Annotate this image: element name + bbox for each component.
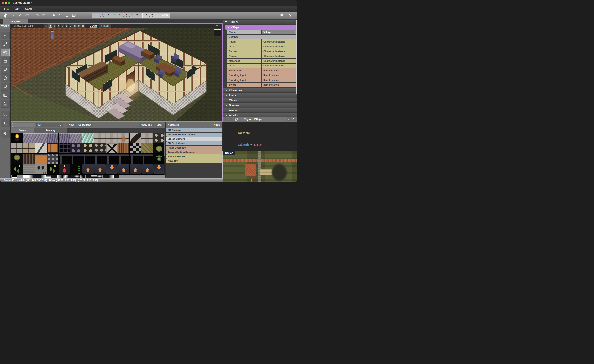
- tile-swatch[interactable]: [106, 164, 118, 174]
- tile-swatch[interactable]: [70, 143, 82, 153]
- tile-swatch[interactable]: [106, 143, 118, 153]
- property-row[interactable]: Guard Character Instance: [227, 44, 296, 49]
- property-value[interactable]: Character Instance: [262, 64, 296, 68]
- browser-button[interactable]: New: [67, 123, 75, 127]
- viewport-scene[interactable]: [11, 28, 222, 121]
- gradient-swatch[interactable]: [23, 175, 28, 178]
- tile-swatch[interactable]: [94, 154, 106, 164]
- detail-toggle[interactable]: DETAIL: [99, 24, 111, 28]
- gradient-swatch[interactable]: [108, 175, 114, 178]
- property-row[interactable]: Rogue Character Instance: [227, 54, 296, 59]
- gradient-swatch[interactable]: [86, 175, 91, 178]
- tab-village3d[interactable]: Village3D: [3, 19, 28, 24]
- tile-swatch[interactable]: [70, 133, 82, 143]
- level-button[interactable]: 7: [69, 24, 73, 28]
- move-down-button[interactable]: [11, 13, 16, 18]
- tile-swatch[interactable]: [11, 154, 23, 164]
- redo-button[interactable]: [41, 13, 46, 18]
- gradient-swatch[interactable]: [46, 175, 51, 178]
- tile-swatch[interactable]: [142, 143, 153, 153]
- camera-button[interactable]: New Tile: [166, 159, 222, 163]
- menu-item[interactable]: Game: [25, 7, 32, 10]
- property-row[interactable]: Merchant Character Instance: [227, 59, 296, 63]
- camera-button[interactable]: 3D Orbit Camera: [166, 141, 222, 146]
- tool-linedef[interactable]: [1, 40, 10, 48]
- camera-button[interactable]: Filter Geometry: [166, 146, 222, 150]
- gradient-swatch[interactable]: [63, 175, 68, 178]
- help-button[interactable]: [288, 13, 293, 18]
- property-row[interactable]: Name Village: [227, 30, 296, 34]
- property-value[interactable]: Item Instance: [262, 68, 296, 73]
- apply-button[interactable]: Apply: [214, 124, 220, 126]
- section-header[interactable]: Assets: [223, 113, 297, 117]
- property-row[interactable]: Standing Light Item Instance: [227, 78, 296, 82]
- duplicate-button[interactable]: [234, 117, 238, 121]
- tile-swatch[interactable]: [47, 164, 58, 174]
- undo-button[interactable]: [32, 13, 40, 18]
- gradient-swatch[interactable]: [114, 175, 119, 178]
- property-value[interactable]: Character Instance: [262, 49, 296, 53]
- section-header[interactable]: Items: [223, 93, 297, 98]
- property-value[interactable]: Item Instance: [262, 78, 296, 82]
- level-button[interactable]: 3: [53, 24, 56, 28]
- section-header[interactable]: Screens: [223, 103, 297, 107]
- gradient-swatch[interactable]: [17, 175, 23, 178]
- filter-dropdown[interactable]: All: [36, 123, 63, 127]
- level-button[interactable]: 9: [77, 24, 81, 28]
- tile-preview-box[interactable]: [214, 29, 221, 36]
- tile-swatch[interactable]: [23, 154, 35, 164]
- gradient-swatch[interactable]: [40, 175, 46, 178]
- tile-swatch[interactable]: [142, 154, 153, 164]
- gradient-swatch[interactable]: [97, 175, 102, 178]
- tool-sector[interactable]: [1, 49, 10, 57]
- tile-swatch[interactable]: [23, 133, 35, 143]
- tool-vertex[interactable]: [1, 32, 10, 40]
- automatic-checkbox[interactable]: [181, 124, 183, 126]
- tile-swatch[interactable]: [82, 154, 94, 164]
- tile-swatch[interactable]: [35, 133, 47, 143]
- tile-swatch[interactable]: [118, 133, 129, 143]
- log-button[interactable]: [71, 13, 76, 18]
- gradient-swatch[interactable]: [12, 175, 17, 178]
- level-button[interactable]: 8: [73, 24, 77, 28]
- tile-swatch[interactable]: [82, 133, 94, 143]
- tile-swatch[interactable]: [130, 143, 141, 153]
- tile-swatch[interactable]: [106, 154, 118, 164]
- gradient-swatch[interactable]: [57, 175, 63, 178]
- tool-character[interactable]: [1, 66, 10, 73]
- property-row[interactable]: Settings: [227, 35, 296, 39]
- camera-button[interactable]: 3D First Person Camera: [166, 132, 222, 137]
- panel-splitter-handle[interactable]: [222, 151, 223, 178]
- tile-swatch[interactable]: [153, 133, 165, 143]
- property-row[interactable]: Farmer Character Instance: [227, 49, 296, 53]
- gradient-swatch[interactable]: [102, 175, 108, 178]
- move-up-button[interactable]: [18, 13, 23, 18]
- tile-swatch[interactable]: [47, 154, 58, 164]
- geom-toggle[interactable]: GEOM: [89, 24, 98, 28]
- property-value[interactable]: Character Instance: [262, 59, 296, 63]
- property-row[interactable]: Floor Light Item Instance: [227, 68, 296, 73]
- panel-scrollbar[interactable]: [296, 20, 297, 94]
- tool-treasure[interactable]: [1, 91, 10, 99]
- level-button[interactable]: 1: [44, 24, 48, 28]
- tile-swatch[interactable]: [82, 164, 94, 174]
- menu-item[interactable]: Edit: [14, 7, 19, 10]
- tile-swatch[interactable]: [142, 133, 153, 143]
- property-value[interactable]: Item Instance: [262, 73, 296, 78]
- add-level-button[interactable]: [24, 13, 29, 18]
- tool-book[interactable]: [1, 111, 10, 119]
- gradient-swatch[interactable]: [34, 175, 40, 178]
- tile-swatch[interactable]: [118, 143, 129, 153]
- tile-swatch[interactable]: [118, 164, 129, 174]
- tile-swatch[interactable]: [59, 143, 70, 153]
- section-regions[interactable]: Regions: [223, 20, 297, 24]
- camera-button[interactable]: 3D Iso Camera: [166, 137, 222, 141]
- tile-swatch[interactable]: [142, 164, 153, 174]
- browser-action-button[interactable]: Clear: [155, 123, 164, 127]
- tile-swatch[interactable]: [70, 164, 82, 174]
- tile-swatch[interactable]: [82, 143, 94, 153]
- property-row[interactable]: Standing Light Item Instance: [227, 73, 296, 78]
- property-value[interactable]: Character Instance: [262, 44, 296, 49]
- stop-button[interactable]: [65, 13, 70, 18]
- add-button[interactable]: [224, 117, 228, 121]
